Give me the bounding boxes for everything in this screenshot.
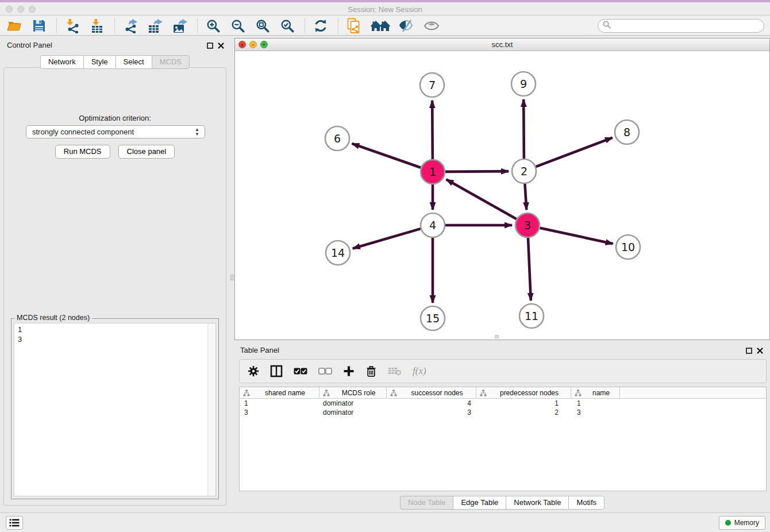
search-box[interactable] [598, 19, 764, 33]
network-canvas[interactable]: 7968124314101511 [235, 52, 769, 340]
tab-edge-table[interactable]: Edge Table [453, 496, 506, 510]
hide-graphics-details-icon[interactable] [398, 17, 415, 34]
column-header-label: predecessor nodes [490, 389, 571, 397]
column-header-label: name [585, 389, 619, 397]
graph-edge-2-9[interactable] [523, 99, 524, 159]
network-view-window: x − + scc.txt 7968124314101511 [234, 38, 770, 340]
graph-edge-2-3[interactable] [525, 184, 526, 210]
memory-status-icon [725, 520, 731, 526]
function-builder-icon[interactable]: f(x) [413, 365, 426, 377]
search-icon [603, 21, 611, 31]
mcds-result-group: MCDS result (2 nodes) 13 [11, 318, 219, 499]
network-resize-grip[interactable] [495, 335, 499, 338]
deselect-all-rows-icon[interactable] [318, 368, 332, 375]
optimization-criterion-label: Optimization criterion: [4, 114, 226, 122]
table-header-row: shared nameMCDS rolesuccessor nodesprede… [240, 387, 766, 399]
column-tree-icon [480, 390, 487, 396]
column-header-MCDS-role[interactable]: MCDS role [319, 387, 387, 398]
import-network-icon[interactable] [64, 17, 81, 34]
float-table-panel-icon[interactable] [746, 346, 752, 356]
node-table[interactable]: shared nameMCDS rolesuccessor nodesprede… [239, 387, 767, 491]
toolbar-separator [114, 18, 115, 33]
delete-column-icon[interactable] [365, 365, 377, 377]
toolbar-separator [305, 18, 305, 33]
reset-home-icon[interactable] [370, 17, 391, 34]
run-mcds-button[interactable]: Run MCDS [55, 145, 110, 159]
table-panel-title: Table Panel [240, 346, 279, 354]
search-input[interactable] [614, 20, 764, 32]
graph-edge-3-10[interactable] [540, 228, 613, 244]
show-columns-icon[interactable] [270, 365, 283, 377]
column-tree-icon [390, 390, 397, 396]
graph-node-label: 9 [520, 78, 527, 90]
mcds-panel: Optimization criterion: strongly connect… [3, 67, 226, 506]
zoom-in-icon[interactable] [205, 17, 222, 34]
cell-predecessor-nodes: 1 [476, 399, 571, 408]
open-file-icon[interactable] [6, 17, 23, 34]
close-panel-icon[interactable] [218, 41, 224, 51]
graph-edge-3-1[interactable] [446, 179, 517, 219]
close-panel-button[interactable]: Close panel [118, 145, 175, 159]
result-scrollbar[interactable] [207, 323, 215, 496]
export-image-icon[interactable] [171, 17, 188, 34]
column-tree-icon [323, 390, 330, 396]
graph-node-label: 4 [429, 219, 436, 232]
tab-network[interactable]: Network [40, 55, 84, 69]
criterion-dropdown[interactable]: strongly connected component ▲▼ [26, 125, 205, 138]
graph-node-label: 8 [623, 126, 630, 138]
control-panel-title: Control Panel [7, 41, 52, 49]
graph-edge-1-2[interactable] [445, 171, 509, 172]
table-panel-tabs: Node TableEdge TableNetwork TableMotifs [234, 496, 770, 510]
tab-style[interactable]: Style [83, 55, 116, 69]
float-panel-icon[interactable] [207, 41, 213, 51]
table-settings-icon[interactable] [248, 365, 259, 377]
zoom-fit-icon[interactable] [254, 17, 271, 34]
splitter-handle[interactable] [230, 275, 234, 280]
tab-network-table[interactable]: Network Table [506, 496, 569, 510]
tab-motifs[interactable]: Motifs [568, 496, 605, 510]
save-session-icon[interactable] [30, 17, 48, 34]
refresh-view-icon[interactable] [312, 17, 329, 34]
column-tree-icon [575, 390, 582, 396]
column-header-predecessor-nodes[interactable]: predecessor nodes [476, 387, 571, 398]
graph-edge-4-14[interactable] [353, 229, 421, 248]
control-panel-tabs: NetworkStyleSelectMCDS [0, 55, 230, 69]
add-column-icon[interactable] [343, 365, 355, 377]
zoom-selected-icon[interactable] [279, 17, 296, 34]
export-network-icon[interactable] [122, 17, 139, 34]
mcds-result-text[interactable]: 13 [14, 323, 216, 496]
memory-button[interactable]: Memory [719, 516, 765, 530]
status-bar: Memory [0, 512, 770, 532]
dropdown-stepper-icon: ▲▼ [194, 128, 201, 137]
mcds-result-line: 1 [18, 325, 215, 334]
import-table-icon[interactable] [88, 17, 106, 34]
task-history-button[interactable] [6, 516, 23, 530]
show-graphics-details-icon[interactable] [423, 17, 440, 34]
column-header-shared-name[interactable]: shared name [240, 387, 319, 398]
graph-edge-2-8[interactable] [536, 138, 613, 167]
column-header-name[interactable]: name [571, 387, 620, 398]
graph-edge-3-11[interactable] [528, 238, 531, 300]
column-header-label: MCDS role [333, 389, 386, 397]
graph-node-label: 7 [429, 79, 436, 91]
column-tree-icon [243, 390, 250, 396]
table-row[interactable]: 3dominator323 [240, 408, 766, 417]
graph-edge-1-7[interactable] [432, 101, 433, 159]
toolbar-separator [56, 18, 57, 33]
delete-table-icon[interactable] [388, 367, 402, 376]
tab-node-table[interactable]: Node Table [400, 496, 454, 510]
tab-select[interactable]: Select [116, 55, 152, 69]
tab-mcds[interactable]: MCDS [152, 55, 190, 69]
clone-network-icon[interactable] [345, 17, 363, 34]
column-header-successor-nodes[interactable]: successor nodes [387, 387, 476, 398]
table-row[interactable]: 1dominator411 [240, 399, 766, 408]
criterion-value: strongly connected component [32, 128, 134, 136]
panel-splitter[interactable] [230, 36, 234, 512]
graph-edge-1-6[interactable] [352, 144, 421, 168]
select-all-rows-icon[interactable] [294, 368, 307, 375]
network-graph[interactable]: 7968124314101511 [235, 52, 769, 340]
export-table-icon[interactable] [147, 17, 164, 34]
zoom-out-icon[interactable] [229, 17, 247, 34]
close-table-panel-icon[interactable] [757, 346, 763, 356]
network-window-titlebar[interactable]: x − + scc.txt [235, 38, 769, 51]
